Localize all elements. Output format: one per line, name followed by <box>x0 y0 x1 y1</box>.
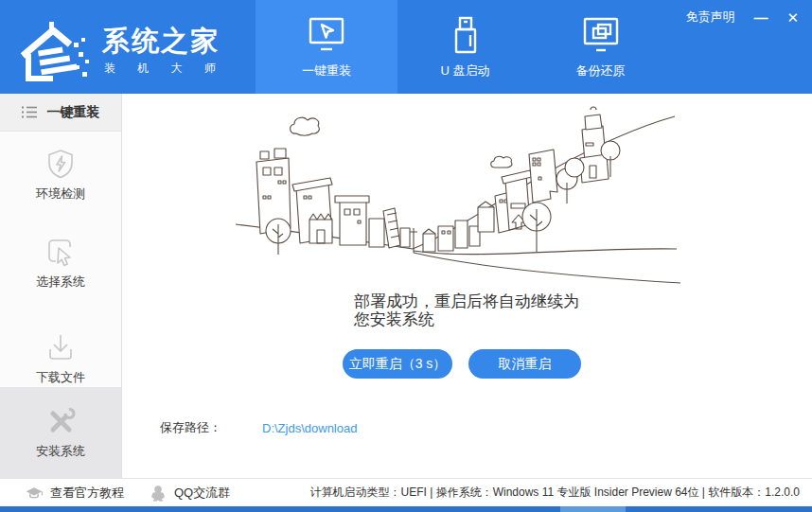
tab-onekey-reinstall[interactable]: 一键重装 <box>256 0 397 94</box>
brand-text: 系统之家 装 机 大 师 <box>102 26 225 78</box>
sidebar-item-label: 环境检测 <box>36 185 85 203</box>
download-icon <box>44 331 77 363</box>
house-logo-icon <box>15 18 95 86</box>
tab-usb-boot[interactable]: U 盘启动 <box>397 0 533 94</box>
cancel-restart-button[interactable]: 取消重启 <box>468 349 581 379</box>
tab-label: 备份还原 <box>576 62 626 79</box>
header-bar: 系统之家 装 机 大 师 一键重装 U 盘启动 <box>0 0 812 94</box>
monitor-cursor-icon <box>305 13 348 57</box>
main-panel: 部署成功，重启后将自动继续为 您安装系统 立即重启（3 s） 取消重启 保存路径… <box>122 94 812 478</box>
brand-title: 系统之家 <box>102 26 225 57</box>
save-path-label: 保存路径： <box>160 419 221 436</box>
sidebar-item-select-system[interactable]: 选择系统 <box>0 236 121 291</box>
message-line-1: 部署成功，重启后将自动继续为 <box>354 292 609 310</box>
save-path-link[interactable]: D:\Zjds\download <box>262 421 357 435</box>
wrench-icon <box>44 405 77 437</box>
graduation-cap-icon <box>25 485 44 502</box>
cursor-select-icon <box>44 236 77 268</box>
sidebar-item-label: 安装系统 <box>36 443 85 460</box>
usb-drive-icon <box>444 13 487 57</box>
sidebar-item-label: 选择系统 <box>36 274 85 291</box>
restart-now-button[interactable]: 立即重启（3 s） <box>343 349 452 379</box>
deploy-status-message: 部署成功，重启后将自动继续为 您安装系统 <box>354 292 609 328</box>
status-bar: 查看官方教程 QQ交流群 计算机启动类型：UEFI | 操作系统：Windows… <box>0 478 812 506</box>
shield-bolt-icon <box>44 148 77 180</box>
list-icon <box>22 105 38 119</box>
taskbar-edge <box>0 506 812 512</box>
tutorial-label: 查看官方教程 <box>50 485 124 502</box>
sidebar: 一键重装 环境检测 选择系统 <box>0 94 122 478</box>
save-path-row: 保存路径： D:\Zjds\download <box>160 419 357 436</box>
sidebar-item-download-files[interactable]: 下载文件 <box>0 331 121 386</box>
minimize-button[interactable]: — <box>753 10 768 25</box>
tab-backup-restore[interactable]: 备份还原 <box>533 0 668 94</box>
tab-label: 一键重装 <box>302 62 351 79</box>
backup-restore-icon <box>579 13 623 57</box>
sidebar-item-install-system[interactable]: 安装系统 <box>0 387 121 478</box>
official-tutorial-link[interactable]: 查看官方教程 <box>25 485 124 502</box>
body: 一键重装 环境检测 选择系统 <box>0 94 812 478</box>
restart-actions: 立即重启（3 s） 取消重启 <box>343 349 581 379</box>
app-logo: 系统之家 装 机 大 师 <box>0 0 225 94</box>
app-window: 系统之家 装 机 大 师 一键重装 U 盘启动 <box>0 0 812 512</box>
window-controls: 免责声明 — ✕ <box>685 9 799 26</box>
tab-label: U 盘启动 <box>441 62 490 79</box>
disclaimer-link[interactable]: 免责声明 <box>685 9 734 26</box>
city-illustration <box>234 105 683 290</box>
system-status-text: 计算机启动类型：UEFI | 操作系统：Windows 11 专业版 Insid… <box>310 485 800 501</box>
sidebar-item-onekey-reinstall[interactable]: 一键重装 <box>0 94 121 132</box>
sidebar-item-label: 下载文件 <box>36 369 85 386</box>
brand-subtitle: 装 机 大 师 <box>104 61 225 77</box>
sidebar-item-env-check[interactable]: 环境检测 <box>0 148 121 203</box>
sidebar-item-label: 一键重装 <box>47 104 100 121</box>
message-line-2: 您安装系统 <box>354 310 609 328</box>
close-button[interactable]: ✕ <box>786 10 799 25</box>
qq-group-label: QQ交流群 <box>174 485 230 502</box>
qq-group-link[interactable]: QQ交流群 <box>149 485 230 502</box>
main-tabs: 一键重装 U 盘启动 备份还原 <box>256 0 668 94</box>
qq-penguin-icon <box>149 485 168 502</box>
